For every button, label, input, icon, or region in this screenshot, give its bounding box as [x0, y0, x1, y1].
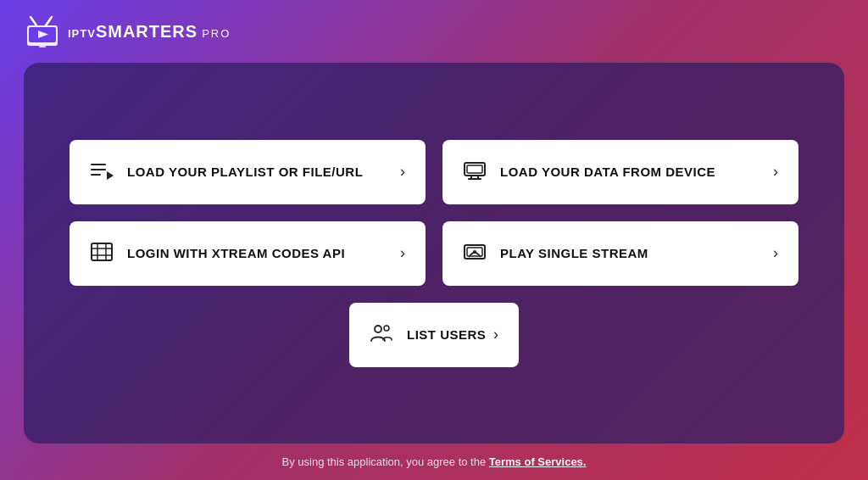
footer: By using this application, you agree to … — [0, 444, 868, 480]
load-device-button[interactable]: LOAD YOUR DATA FROM DEVICE › — [442, 140, 798, 204]
buttons-row-3: LIST USERS › — [66, 303, 802, 367]
chevron-icon: › — [400, 163, 405, 181]
logo-text: IPTV SMARTERS PRO — [68, 22, 231, 42]
list-users-button[interactable]: LIST USERS › — [349, 303, 519, 367]
login-xtream-button[interactable]: LOGIN WITH XTREAM CODES API › — [70, 221, 426, 286]
svg-line-3 — [46, 17, 52, 25]
load-device-label: LOAD YOUR DATA FROM DEVICE — [500, 165, 715, 179]
chevron-icon-2: › — [773, 163, 778, 181]
buttons-row-2: LOGIN WITH XTREAM CODES API › PLAY SIN — [66, 221, 802, 286]
tv-logo-icon — [24, 15, 61, 47]
login-xtream-label: LOGIN WITH XTREAM CODES API — [127, 246, 345, 260]
main-card: LOAD YOUR PLAYLIST OR FILE/URL › LOAD YO… — [24, 63, 844, 444]
buttons-row-1: LOAD YOUR PLAYLIST OR FILE/URL › LOAD YO… — [66, 140, 802, 204]
svg-rect-11 — [467, 165, 482, 173]
svg-point-23 — [375, 326, 381, 332]
xtream-icon — [90, 240, 114, 267]
chevron-icon-4: › — [773, 244, 778, 262]
load-playlist-button[interactable]: LOAD YOUR PLAYLIST OR FILE/URL › — [70, 140, 426, 204]
terms-link[interactable]: Terms of Services. — [489, 455, 587, 468]
playlist-icon — [90, 159, 114, 186]
header: IPTV SMARTERS PRO — [0, 0, 868, 63]
logo-smarters: SMARTERS — [96, 22, 198, 42]
play-stream-label: PLAY SINGLE STREAM — [500, 246, 648, 260]
play-stream-button[interactable]: PLAY SINGLE STREAM › — [442, 221, 798, 286]
load-playlist-label: LOAD YOUR PLAYLIST OR FILE/URL — [127, 165, 363, 179]
users-icon — [370, 321, 393, 349]
chevron-icon-3: › — [400, 244, 405, 262]
device-icon — [463, 159, 487, 186]
svg-line-2 — [31, 17, 36, 25]
svg-marker-9 — [107, 171, 114, 180]
chevron-icon-5: › — [493, 326, 498, 343]
svg-rect-4 — [39, 46, 46, 47]
list-users-label: LIST USERS — [407, 327, 486, 342]
footer-text: By using this application, you agree to … — [282, 455, 489, 468]
logo: IPTV SMARTERS PRO — [24, 15, 231, 47]
svg-rect-15 — [92, 243, 112, 260]
stream-icon — [463, 240, 487, 267]
logo-pro: PRO — [202, 27, 231, 40]
svg-point-24 — [384, 326, 389, 331]
logo-iptv: IPTV — [68, 27, 96, 40]
